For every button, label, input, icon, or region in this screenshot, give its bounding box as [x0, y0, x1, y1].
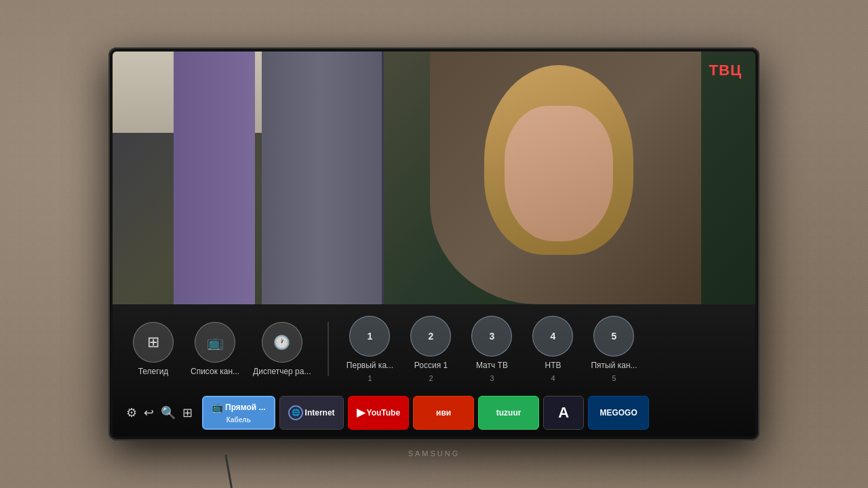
youtube-row: ▶ YouTube	[357, 406, 401, 419]
door-panel-right	[262, 52, 384, 304]
teleguide-icon: ⊞	[147, 333, 159, 351]
youtube-play-icon: ▶	[357, 406, 365, 419]
person-silhouette	[430, 52, 701, 304]
dispatcher-item[interactable]: 🕐 Диспетчер ра...	[253, 322, 311, 376]
pryamoy-row: 📺 Прямой ...	[212, 402, 266, 413]
video-area: ТВЦ	[113, 52, 755, 304]
channel-russia1[interactable]: 2 Россия 1 2	[407, 316, 454, 382]
channels-row: ⊞ Телегид 📺 Список кан... 🕐 Диспетчер ра…	[123, 311, 745, 390]
tuzuur-label: tuzuur	[496, 408, 521, 418]
app-tuzuur[interactable]: tuzuur	[478, 396, 539, 430]
tv-screen: ТВЦ ⊞ Телегид 📺 Списо	[113, 52, 755, 436]
channel-list-item[interactable]: 📺 Список кан...	[191, 322, 239, 376]
teleguide-label: Телегид	[138, 367, 169, 376]
perviy-sublabel: 1	[368, 374, 372, 382]
channel-list-icon: 📺	[207, 334, 224, 350]
app-youtube[interactable]: ▶ YouTube	[348, 396, 410, 430]
video-room	[113, 52, 755, 304]
teleguide-item[interactable]: ⊞ Телегид	[130, 322, 177, 376]
pryamoy-tv-icon: 📺	[212, 402, 223, 413]
app-ivi[interactable]: иви	[413, 396, 474, 430]
pyaty-number: 5	[612, 331, 617, 342]
app-megogo[interactable]: MEGOGO	[588, 396, 649, 430]
channel-match[interactable]: 3 Матч ТВ 3	[468, 316, 515, 382]
search-icon[interactable]: 🔍	[161, 405, 176, 420]
cable-left	[224, 454, 238, 488]
perviy-circle: 1	[349, 316, 390, 357]
channel-logo: ТВЦ	[709, 62, 742, 79]
channels-divider	[328, 322, 329, 376]
source-icon[interactable]: ↩	[144, 405, 154, 420]
tv-frame: ТВЦ ⊞ Телегид 📺 Списо	[108, 47, 760, 441]
dispatcher-label: Диспетчер ра...	[253, 367, 311, 376]
pryamoy-sublabel: Кабель	[226, 416, 251, 424]
channel-pyaty[interactable]: 5 Пятый кан... 5	[590, 316, 637, 382]
youtube-label: YouTube	[367, 408, 401, 418]
match-sublabel: 3	[490, 374, 494, 382]
smart-tv-panel: ⊞ Телегид 📺 Список кан... 🕐 Диспетчер ра…	[113, 304, 755, 436]
internet-label: Internet	[305, 408, 335, 418]
ntv-number: 4	[551, 331, 556, 342]
tvc-logo-text: ТВЦ	[709, 62, 742, 79]
russia1-circle: 2	[410, 316, 451, 357]
settings-icon[interactable]: ⚙	[126, 405, 137, 420]
ntv-label: НТВ	[545, 361, 561, 370]
pyaty-circle: 5	[593, 316, 634, 357]
ntv-circle: 4	[532, 316, 573, 357]
ivi-label: иви	[436, 408, 451, 418]
perviy-number: 1	[368, 331, 373, 342]
pyaty-label: Пятый кан...	[591, 361, 637, 370]
ntv-sublabel: 4	[551, 374, 555, 382]
dispatcher-circle: 🕐	[262, 322, 302, 363]
perviy-label: Первый ка...	[347, 361, 393, 370]
russia1-number: 2	[429, 331, 434, 342]
app-amediateka[interactable]: А	[543, 396, 584, 430]
channel-list-label: Список кан...	[191, 367, 239, 376]
apps-row: ⚙ ↩ 🔍 ⊞ 📺 Прямой ... Кабель 🌐	[123, 390, 745, 431]
match-label: Матч ТВ	[476, 361, 508, 370]
channel-ntv[interactable]: 4 НТВ 4	[529, 316, 576, 382]
system-icons: ⚙ ↩ 🔍 ⊞	[126, 405, 193, 420]
megogo-label: MEGOGO	[599, 408, 637, 418]
channel-list-circle: 📺	[195, 322, 235, 363]
amediateka-label: А	[558, 404, 569, 422]
face	[505, 106, 613, 241]
russia1-sublabel: 2	[429, 374, 433, 382]
pryamoy-label: Прямой ...	[225, 403, 266, 412]
russia1-label: Россия 1	[414, 361, 448, 370]
tv-brand: SAMSUNG	[408, 449, 460, 458]
match-number: 3	[490, 331, 495, 342]
app-pryamoy[interactable]: 📺 Прямой ... Кабель	[202, 396, 275, 430]
door-panel-left	[174, 52, 255, 304]
internet-globe-icon: 🌐	[288, 405, 303, 420]
match-circle: 3	[471, 316, 512, 357]
dispatcher-icon: 🕐	[273, 334, 290, 350]
pyaty-sublabel: 5	[612, 374, 616, 382]
internet-row: 🌐 Internet	[288, 405, 335, 420]
app-internet[interactable]: 🌐 Internet	[279, 396, 344, 430]
teleguide-circle: ⊞	[133, 322, 174, 363]
channel-perviy[interactable]: 1 Первый ка... 1	[346, 316, 393, 382]
grid-icon[interactable]: ⊞	[182, 405, 193, 420]
